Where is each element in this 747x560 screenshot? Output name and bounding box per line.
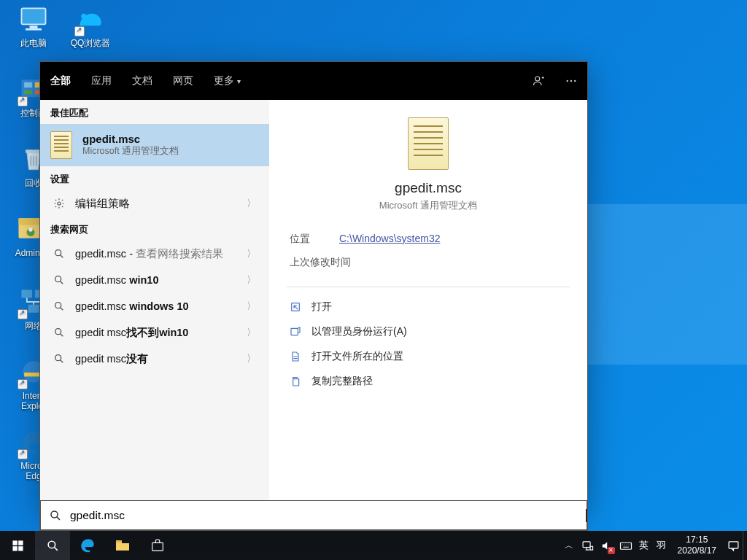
svg-point-26 <box>55 329 61 335</box>
tray-clock[interactable]: 17:15 2020/8/17 <box>670 534 724 556</box>
action-label: 打开 <box>311 300 332 314</box>
desktop-icon-qq-browser[interactable]: QQ浏览器 <box>63 3 118 48</box>
desktop-icon-this-pc[interactable]: 此电脑 <box>6 3 61 48</box>
web-search-item[interactable]: gpedit.msc windows 10 〉 <box>40 293 269 319</box>
web-search-item[interactable]: gpedit msc没有 〉 <box>40 346 269 372</box>
best-match-title: gpedit.msc <box>82 133 179 145</box>
svg-rect-33 <box>18 540 23 545</box>
tray-volume-icon[interactable]: ✕ <box>597 531 616 560</box>
copy-icon <box>290 376 301 387</box>
web-search-item[interactable]: gpedit.msc win10 〉 <box>40 267 269 293</box>
feedback-icon[interactable] <box>523 62 555 100</box>
svg-rect-14 <box>22 290 33 298</box>
web-search-item[interactable]: gpedit.msc - 查看网络搜索结果 〉 <box>40 241 269 267</box>
results-list: 最佳匹配 gpedit.msc Microsoft 通用管理文档 设置 编辑组策… <box>40 100 269 510</box>
taskbar-store[interactable] <box>140 531 175 560</box>
location-link[interactable]: C:\Windows\system32 <box>339 233 440 246</box>
action-label: 以管理员身份运行(A) <box>311 325 407 338</box>
svg-rect-30 <box>293 379 299 386</box>
location-label: 位置 <box>290 233 310 246</box>
row-label: gpedit.msc windows 10 <box>75 300 189 312</box>
search-icon <box>53 353 65 365</box>
svg-point-22 <box>58 202 61 205</box>
search-icon <box>53 274 65 286</box>
action-copy-path[interactable]: 复制完整路径 <box>290 369 567 394</box>
taskbar-explorer[interactable] <box>105 531 140 560</box>
svg-rect-32 <box>12 540 17 545</box>
tray-network-icon[interactable] <box>578 531 597 560</box>
desktop: 此电脑 QQ浏览器 控制面 回收 Adminis 网络 Intern Explo… <box>0 0 747 560</box>
tab-apps[interactable]: 应用 <box>81 62 122 100</box>
open-icon <box>290 301 301 313</box>
shortcut-arrow-icon <box>74 26 85 36</box>
document-icon <box>50 131 72 159</box>
tab-web[interactable]: 网页 <box>163 62 204 100</box>
tab-more[interactable]: 更多 ▾ <box>204 62 251 100</box>
svg-point-21 <box>574 80 576 82</box>
shortcut-arrow-icon <box>18 449 28 459</box>
taskbar-edge[interactable] <box>70 531 105 560</box>
tray-ime-lang[interactable]: 英 <box>635 531 653 560</box>
svg-point-19 <box>567 80 568 82</box>
action-open[interactable]: 打开 <box>290 295 567 319</box>
svg-point-31 <box>51 511 58 518</box>
best-match-label: 最佳匹配 <box>40 100 269 124</box>
search-input[interactable] <box>70 509 747 522</box>
best-match-subtitle: Microsoft 通用管理文档 <box>82 145 179 158</box>
shortcut-arrow-icon <box>18 96 28 106</box>
svg-point-24 <box>55 276 61 282</box>
svg-point-20 <box>570 80 572 82</box>
settings-label: 设置 <box>40 166 269 190</box>
row-label: gpedit msc没有 <box>75 352 148 366</box>
svg-point-3 <box>81 14 86 19</box>
svg-rect-29 <box>291 328 298 335</box>
svg-point-36 <box>48 541 55 548</box>
web-search-label: 搜索网页 <box>40 217 269 241</box>
tab-docs[interactable]: 文档 <box>122 62 163 100</box>
start-button[interactable] <box>0 531 35 560</box>
search-results-panel: 全部 应用 文档 网页 更多 ▾ 最佳匹配 gpedit.msc Microso… <box>39 61 588 509</box>
svg-rect-38 <box>152 542 163 551</box>
tray-chevron-up-icon[interactable]: ︿ <box>560 531 578 560</box>
settings-item[interactable]: 编辑组策略 〉 <box>40 190 269 217</box>
action-run-admin[interactable]: 以管理员身份运行(A) <box>290 319 567 344</box>
chevron-right-icon: 〉 <box>247 352 256 365</box>
document-icon <box>408 117 449 170</box>
clock-time: 17:15 <box>678 534 716 545</box>
tray-action-center-icon[interactable] <box>724 531 743 560</box>
chevron-down-icon: ▾ <box>237 77 241 85</box>
shortcut-arrow-icon <box>18 309 28 319</box>
gear-icon <box>53 198 65 209</box>
modified-label: 上次修改时间 <box>290 256 351 269</box>
chevron-right-icon: 〉 <box>247 247 256 260</box>
tab-all[interactable]: 全部 <box>40 62 81 100</box>
svg-point-18 <box>535 77 540 81</box>
tray-ime-mode[interactable]: 羽 <box>653 531 670 560</box>
search-icon <box>41 509 70 522</box>
action-open-location[interactable]: 打开文件所在的位置 <box>290 344 567 369</box>
web-search-item[interactable]: gpedit msc找不到win10 〉 <box>40 319 269 346</box>
search-tabs: 全部 应用 文档 网页 更多 ▾ <box>40 62 587 100</box>
search-button[interactable] <box>35 531 70 560</box>
row-label: gpedit.msc win10 <box>75 274 158 286</box>
tray-keyboard-icon[interactable] <box>616 531 635 560</box>
best-match-item[interactable]: gpedit.msc Microsoft 通用管理文档 <box>40 124 269 166</box>
result-detail: gpedit.msc Microsoft 通用管理文档 位置 C:\Window… <box>269 100 587 510</box>
detail-title: gpedit.msc <box>395 180 462 196</box>
svg-point-27 <box>55 355 61 361</box>
separator <box>287 287 570 287</box>
chevron-right-icon: 〉 <box>247 326 256 339</box>
svg-rect-16 <box>28 305 39 313</box>
action-label: 复制完整路径 <box>311 375 373 388</box>
search-icon <box>53 327 65 338</box>
show-desktop-button[interactable] <box>743 531 747 560</box>
chevron-right-icon: 〉 <box>247 197 256 210</box>
svg-point-13 <box>28 228 33 232</box>
svg-rect-34 <box>12 546 17 551</box>
ellipsis-icon[interactable] <box>555 62 587 100</box>
svg-rect-7 <box>24 90 32 94</box>
shortcut-arrow-icon <box>18 379 28 389</box>
chevron-right-icon: 〉 <box>247 300 256 313</box>
search-box[interactable] <box>39 500 588 531</box>
svg-rect-35 <box>18 546 23 551</box>
